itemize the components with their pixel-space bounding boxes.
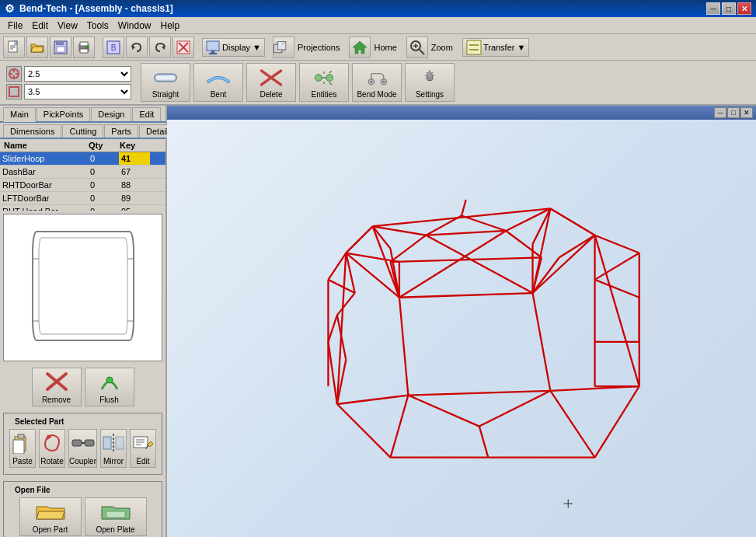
coupler-button[interactable]: Coupler xyxy=(68,429,97,468)
svg-point-43 xyxy=(315,74,322,81)
paste-button[interactable]: Paste xyxy=(9,429,36,468)
menu-help[interactable]: Help xyxy=(156,19,185,33)
svg-rect-52 xyxy=(39,238,127,334)
part-row[interactable]: LFTDoorBar 0 89 xyxy=(0,192,165,205)
toolbar-open[interactable] xyxy=(26,37,48,58)
svg-line-81 xyxy=(337,404,391,458)
menu-view[interactable]: View xyxy=(53,19,82,33)
part-row[interactable]: RHT Head Bar 0 95 xyxy=(0,205,165,211)
part-row[interactable]: RHTDoorBar 0 88 xyxy=(0,179,165,192)
svg-rect-30 xyxy=(467,40,481,54)
toolbar-new[interactable] xyxy=(3,37,25,58)
svg-line-82 xyxy=(595,386,639,458)
svg-point-44 xyxy=(326,74,333,81)
parts-header: Name Qty Key xyxy=(0,139,165,152)
dimension-inputs: 2.5 3.5 xyxy=(6,66,131,99)
svg-line-104 xyxy=(399,231,506,298)
selected-part-buttons: Paste Rotate xyxy=(7,426,159,471)
part-key: 41 xyxy=(119,152,150,165)
toolbar-extra1[interactable]: B xyxy=(103,37,124,58)
mdi-restore[interactable]: □ xyxy=(727,107,740,118)
bendmode-button[interactable]: Bend Mode xyxy=(352,63,402,102)
entities-icon xyxy=(312,67,336,89)
display-label: Display ▼ xyxy=(222,43,261,52)
remove-label: Remove xyxy=(42,396,71,404)
delete-button[interactable]: Delete xyxy=(246,63,296,102)
tab-parts[interactable]: Parts xyxy=(104,124,138,138)
close-button[interactable]: ✕ xyxy=(737,2,751,15)
mdi-close[interactable]: ✕ xyxy=(740,107,753,118)
maximize-button[interactable]: □ xyxy=(722,2,736,15)
bendmode-label: Bend Mode xyxy=(357,90,396,99)
projections-label[interactable]: Projections xyxy=(296,43,341,52)
toolbar-save[interactable] xyxy=(50,37,71,58)
toolrow: 2.5 3.5 Straight Bent xyxy=(0,61,756,106)
svg-text:B: B xyxy=(111,44,117,52)
mdi-minimize[interactable]: ─ xyxy=(714,107,726,118)
minimize-button[interactable]: ─ xyxy=(706,2,720,15)
part-row[interactable]: SliderHoop 0 41 xyxy=(0,152,165,166)
part-row[interactable]: DashBar 0 67 xyxy=(0,166,165,179)
tabs-bar: Main PickPoints Design Edit xyxy=(0,106,165,123)
zoom-label[interactable]: Zoom xyxy=(430,43,455,52)
tab-cutting[interactable]: Cutting xyxy=(62,124,103,138)
part-name: DashBar xyxy=(0,166,88,178)
edit-part-button[interactable]: Edit xyxy=(130,429,156,468)
toolbar-projections[interactable] xyxy=(273,37,294,58)
svg-point-10 xyxy=(86,46,89,48)
open-part-icon xyxy=(35,500,66,524)
mdi-titlebar: ─ □ ✕ xyxy=(167,106,756,120)
toolbar-redo[interactable] xyxy=(149,37,171,58)
part-name: LFTDoorBar xyxy=(0,192,88,204)
flush-icon xyxy=(97,371,122,394)
svg-point-59 xyxy=(106,377,113,383)
open-part-button[interactable]: Open Part xyxy=(19,497,82,536)
titlebar-controls: ─ □ ✕ xyxy=(706,2,751,15)
svg-line-129 xyxy=(328,316,336,342)
toolbar-home[interactable] xyxy=(349,37,371,58)
toolbar-print[interactable] xyxy=(73,37,95,58)
svg-line-91 xyxy=(506,231,542,257)
flush-button[interactable]: Flush xyxy=(85,368,134,406)
rotate-button[interactable]: Rotate xyxy=(39,429,65,468)
tab-design[interactable]: Design xyxy=(91,107,131,121)
part-preview xyxy=(3,214,162,361)
svg-line-76 xyxy=(373,208,551,226)
svg-line-112 xyxy=(479,391,551,427)
delete-icon xyxy=(259,67,284,89)
display-dropdown[interactable]: Display ▼ xyxy=(202,38,265,57)
toolbar-redx[interactable] xyxy=(172,37,194,58)
dim1-input[interactable]: 2.5 xyxy=(24,66,131,82)
tab-edit[interactable]: Edit xyxy=(132,107,161,121)
menu-file[interactable]: File xyxy=(3,19,27,33)
svg-line-94 xyxy=(426,231,506,235)
menu-tools[interactable]: Tools xyxy=(82,19,113,33)
part-key: 67 xyxy=(119,166,150,178)
dim2-input[interactable]: 3.5 xyxy=(24,84,131,99)
straight-icon xyxy=(153,67,178,89)
open-plate-button[interactable]: Open Plate xyxy=(85,497,147,536)
open-part-label: Open Part xyxy=(33,525,68,534)
straight-button[interactable]: Straight xyxy=(141,63,190,102)
remove-button[interactable]: Remove xyxy=(32,368,82,406)
3d-viewport[interactable]: ─ □ ✕ xyxy=(167,106,756,537)
tab-dimensions[interactable]: Dimensions xyxy=(3,124,61,138)
toolbar-undo[interactable] xyxy=(126,37,148,58)
home-label[interactable]: Home xyxy=(372,43,398,52)
svg-rect-68 xyxy=(103,437,111,449)
bent-button[interactable]: Bent xyxy=(193,63,243,102)
mirror-button[interactable]: Mirror xyxy=(100,429,127,468)
menu-edit[interactable]: Edit xyxy=(27,19,53,33)
open-file-group: Open File Open Part xyxy=(3,481,162,537)
tab-pickpoints[interactable]: PickPoints xyxy=(37,107,90,121)
entities-button[interactable]: Entities xyxy=(299,63,349,102)
mirror-label: Mirror xyxy=(103,457,124,466)
toolbar-zoom[interactable] xyxy=(406,37,428,58)
tab-main[interactable]: Main xyxy=(3,107,36,122)
transfer-dropdown[interactable]: Transfer ▼ xyxy=(462,38,530,57)
settings-button[interactable]: Settings xyxy=(405,63,455,102)
part-qty: 0 xyxy=(88,205,119,211)
flush-label: Flush xyxy=(99,396,118,404)
menu-window[interactable]: Window xyxy=(113,19,156,33)
straight-label: Straight xyxy=(152,90,179,99)
